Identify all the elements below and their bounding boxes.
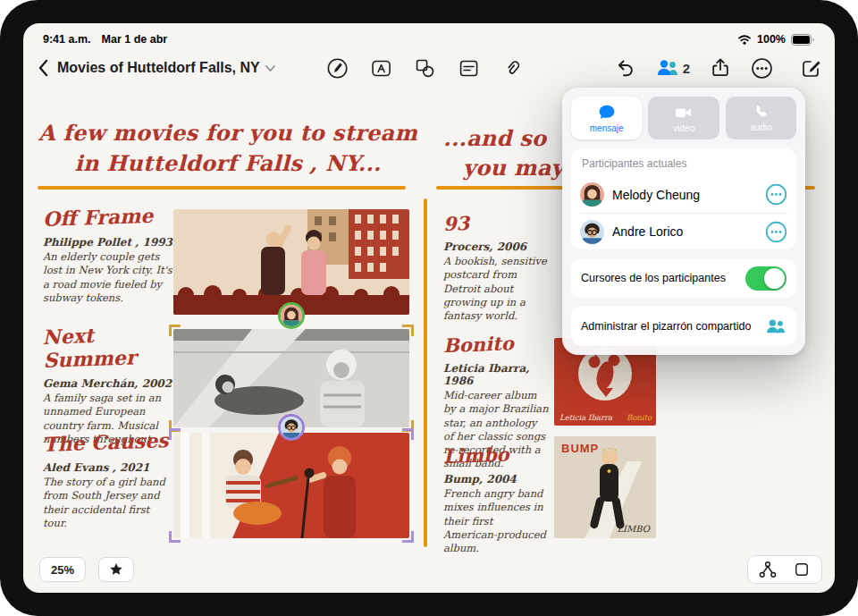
status-date: Mar 1 de abr [102,33,168,46]
battery-icon [791,34,815,46]
album-entry-93[interactable]: 93 Procers, 2006 A bookish, sensitive po… [443,213,549,323]
participant-cursors-toggle[interactable] [745,266,786,291]
album-title: Limbo [443,442,548,468]
album-art-limbo[interactable]: BUMP LIMBO [554,436,656,538]
tab-message[interactable]: mensaje [571,97,642,139]
movie-title: Off Frame [43,203,176,231]
movie-entry-off-frame[interactable]: Off Frame Philippe Pollet , 1993 An elde… [43,207,175,305]
participant-cursor-andre [278,414,305,441]
movie-byline: Aled Evans , 2021 [43,461,175,474]
undo-button[interactable] [615,57,636,79]
chevron-down-icon [265,65,275,72]
markup-tool-button[interactable] [326,57,349,80]
nodes-diagram-icon [758,560,778,579]
divider-line-vertical[interactable] [424,198,427,547]
battery-percent: 100% [757,33,786,46]
selection-handle[interactable] [402,325,414,336]
tab-audio-label: audio [750,122,771,132]
melody-avatar-icon [281,305,302,326]
board-title: Movies of Hutteldorf Falls, NY [57,60,260,76]
phone-icon [753,104,770,121]
movie-description: The story of a girl band from South Jers… [43,476,175,530]
album-entry-limbo[interactable]: Limbo Bump, 2004 French angry band mixes… [443,445,547,555]
album-title: Bonito [443,331,550,357]
board-heading-right-line1[interactable]: ...and so [443,125,546,151]
participant-row-melody[interactable]: Melody Cheung [580,176,787,213]
participant-cursors-row: Cursores de los participantes [571,258,796,298]
movie-byline: Philippe Pollet , 1993 [43,236,175,249]
back-button[interactable] [38,59,48,77]
board-corner-controls [747,555,822,584]
media-attach-tool-button[interactable] [501,57,524,80]
album-title: 93 [443,209,550,235]
selection-handle[interactable] [169,531,181,543]
sticky-note-icon [458,57,480,80]
more-options-button[interactable] [751,57,773,80]
selection-handle[interactable] [402,428,414,440]
board-heading-left-line1[interactable]: A few movies for you to stream [36,120,420,146]
selection-handle[interactable] [169,428,181,440]
divider-line-left[interactable] [38,186,406,190]
avatar [580,182,604,207]
participant-more-button[interactable] [765,221,787,243]
board-title-button[interactable]: Movies of Hutteldorf Falls, NY [57,60,275,76]
train-scene-illustration [173,329,409,427]
movie-still-off-frame[interactable] [173,209,409,315]
undo-arrow-icon [615,57,636,79]
square-outline-icon [793,561,811,578]
star-icon [108,561,124,578]
shapes-tool-button[interactable] [414,57,436,80]
manage-collaboration-icon [765,317,786,335]
collaboration-button[interactable]: 2 [656,58,690,78]
tab-audio[interactable]: audio [726,97,796,139]
participant-more-button[interactable] [765,183,787,206]
compose-icon [800,57,822,80]
paperclip-icon [501,57,524,80]
text-box-tool-button[interactable] [370,57,392,80]
toolbar: Movies of Hutteldorf Falls, NY [23,46,835,89]
share-button[interactable] [710,57,731,79]
concert-scene-illustration [173,433,409,538]
selection-handle[interactable] [402,531,414,543]
collaboration-people-icon [656,58,679,78]
album-art-artist-text: Leticia Ibarra [559,413,612,422]
connect-lines-button[interactable] [752,557,784,582]
status-bar: 9:41 a.m. Mar 1 de abr 100% [23,30,835,48]
album-byline: Procers, 2006 [443,240,549,253]
favorite-button[interactable] [98,557,134,582]
tab-message-label: mensaje [590,123,624,133]
video-camera-icon [674,104,693,122]
new-board-button[interactable] [800,57,822,80]
manage-shared-board-label: Administrar el pizarrón compartido [581,320,758,333]
album-art-title-text: Bonito [627,413,652,422]
board-heading-left-line2[interactable]: in Hutteldorf Falls , NY... [36,150,420,176]
sticky-note-tool-button[interactable] [458,57,480,80]
movie-entry-the-causes[interactable]: The Causes Aled Evans , 2021 The story o… [43,433,175,530]
screen: A few movies for you to stream in Huttel… [23,23,835,593]
album-byline: Bump, 2004 [443,473,547,485]
movie-description: An elderly couple gets lost in New York … [43,250,175,305]
ellipsis-circle-teal-icon [765,221,787,243]
album-art-band-text: BUMP [561,442,599,455]
zoom-level-button[interactable]: 25% [39,557,86,582]
tab-video[interactable]: video [648,97,719,139]
board-heading-right-line2[interactable]: you may [463,155,564,181]
movie-still-the-causes[interactable] [173,433,409,538]
ellipsis-circle-icon [751,57,773,80]
participant-row-andre[interactable]: Andre Lorico [580,213,787,249]
participant-cursor-melody [278,302,305,329]
melody-avatar-icon [580,182,604,207]
movie-still-next-summer[interactable] [173,329,409,427]
city-scene-illustration [173,209,409,315]
andre-avatar-icon [580,220,604,244]
manage-shared-board-row[interactable]: Administrar el pizarrón compartido [571,307,796,346]
album-art-title-text: LIMBO [617,524,650,534]
movie-title: The Causes [43,428,176,456]
selection-handle[interactable] [169,325,181,336]
shapes-icon [414,57,436,80]
album-description: French angry band mixes influences in th… [443,487,547,555]
text-box-icon [370,57,392,80]
select-frame-button[interactable] [786,557,818,582]
pen-marker-icon [326,57,349,80]
share-icon [710,57,731,79]
